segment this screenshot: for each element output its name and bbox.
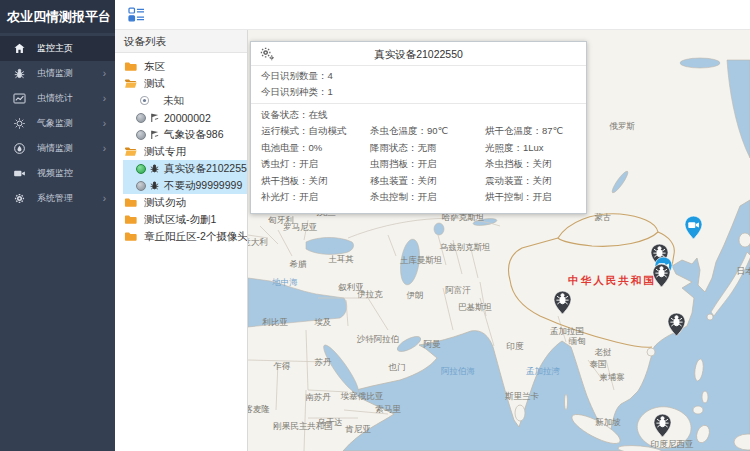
popup-summary: 今日识别数量：4 今日识别种类：1 [251,66,586,104]
tree-label: 测试勿动 [144,196,186,210]
map-label: 埃及 [315,317,332,329]
weather-station-icon [149,129,161,141]
map-label: 柬埔寨 [599,372,625,384]
agri-monitoring-app: { "app": { "brand": "农业四情测报平台" }, "topba… [0,0,750,451]
folder-closed-icon [124,214,137,225]
tree-device-real-21022550[interactable]: 真实设备21022550 [123,160,247,177]
map-label: 印度 [507,341,524,353]
map-label: 苏丹 [315,357,332,369]
map-label: 肯尼亚 [345,424,371,436]
tree-folder-zhangqiu-cameras[interactable]: 章丘阳丘区-2个摄像头 [115,228,247,245]
map-label: 索马里 [375,404,401,416]
tree-label: 测试 [144,77,165,91]
tree-label: 真实设备21022550 [164,162,247,176]
sidebar-item-weather-monitor[interactable]: 气象监测 › [0,111,115,136]
param-vibration-device: 震动装置：关闭 [485,173,586,190]
map-label: 叙利亚 [338,282,364,294]
gears-icon[interactable] [260,47,275,61]
map-pin-insect-trap[interactable] [652,263,671,288]
tree-label: 20000002 [164,112,211,124]
map-label: 新加坡 [595,417,621,429]
today-recognition-species: 今日识别种类：1 [251,84,586,100]
tree-device-weather-986[interactable]: 气象设备986 [115,126,247,143]
map-label: 俄罗斯 [609,121,635,133]
param-dry-control: 烘干控制：开启 [485,189,586,206]
map-pin-insect-trap[interactable] [653,413,672,438]
tree-label: 测试专用 [144,145,186,159]
param-dry-chamber-temp: 烘干仓温度：87℃ [485,123,586,140]
insect-icon [13,67,26,80]
sidebar-item-monitor-home[interactable]: 监控主页 [0,36,115,61]
weather-icon [13,117,26,130]
map-label: 匈牙利 [268,215,294,227]
map-label-china: 中华人民共和国 [568,274,656,288]
param-kill-chamber-temp: 杀虫仓温度：90℃ [370,123,485,140]
map-label: 伊朗 [407,290,424,302]
device-list-title: 设备列表 [115,30,247,53]
tree-folder-test-area[interactable]: 测试区域-勿删1 [115,211,247,228]
tree-label: 未知 [163,94,184,108]
world-map[interactable]: 俄罗斯蒙古捷克乌克兰匈牙利罗马尼亚哈萨克斯坦意大利乌兹别克斯坦土耳其希腊土库曼斯… [248,30,750,451]
map-label: 埃塞俄比亚 [341,391,384,403]
map-pin-camera-device[interactable] [684,215,703,240]
param-move-insect-device: 移虫装置：关闭 [370,173,485,190]
today-recognition-count: 今日识别数量：4 [251,68,586,84]
param-lure-lamp: 诱虫灯：开启 [261,156,370,173]
map-label: 沙特阿拉伯 [357,334,400,346]
map-label: 阿拉伯海 [441,366,475,378]
tree-folder-test-no-touch[interactable]: 测试勿动 [115,194,247,211]
topbar [115,0,750,30]
insect-trap-pin-icon [553,290,572,315]
insect-trap-pin-icon [653,413,672,438]
tree-device-unknown[interactable]: 未知 [115,92,247,109]
home-icon [13,42,26,55]
map-label: 意大利 [248,237,268,249]
sidebar-item-label: 系统管理 [37,192,73,205]
folder-closed-icon [124,61,137,72]
map-label: 孟加拉国 [550,326,584,338]
sidebar-item-insect-stats[interactable]: 虫情统计 › [0,86,115,111]
sidebar-item-video-monitor[interactable]: 视频监控 [0,161,115,186]
tree-folder-east[interactable]: 东区 [115,58,247,75]
map-pin-insect-trap[interactable] [553,290,572,315]
target-icon [139,95,151,107]
soil-moisture-icon [13,142,26,155]
sidebar-item-insect-monitor[interactable]: 虫情监测 › [0,61,115,86]
map-label: 罗马尼亚 [283,222,317,234]
param-kill-control: 杀虫控制：开启 [370,189,485,206]
camera-device-pin-icon [684,215,703,240]
map-pin-insect-trap[interactable] [667,312,686,337]
status-dot-offline [136,113,146,123]
folder-closed-icon [124,231,137,242]
sidebar-item-label: 墒情监测 [37,142,73,155]
tree-folder-test[interactable]: 测试 [115,75,247,92]
folder-open-icon [124,146,137,157]
insect-trap-pin-icon [652,263,671,288]
tree-label: 不要动99999999 [164,179,242,193]
chevron-right-icon: › [103,193,106,204]
app-title: 农业四情测报平台 [0,0,115,33]
sidebar-item-soil-monitor[interactable]: 墒情监测 › [0,136,115,161]
tree-device-do-not-touch[interactable]: 不要动99999999 [123,177,247,194]
sidebar: 农业四情测报平台 监控主页 虫情监测 › 虫情统计 › 气象 [0,0,115,451]
chevron-right-icon: › [103,118,106,129]
map-label: 蒙古 [595,212,612,224]
video-icon [13,167,26,180]
popup-title: 真实设备21022550 [251,42,586,66]
device-status-line: 设备状态：在线 [251,107,586,123]
sidebar-item-system-settings[interactable]: 系统管理 › [0,186,115,211]
layout-list-icon[interactable] [128,7,145,22]
sidebar-item-label: 虫情监测 [37,67,73,80]
sidebar-item-label: 视频监控 [37,167,73,180]
param-kill-baffle: 杀虫挡板：关闭 [485,156,586,173]
map-label: 伊拉克 [357,289,383,301]
tree-folder-test-dedicated[interactable]: 测试专用 [115,143,247,160]
map-label: 哈萨克斯坦 [442,212,485,224]
map-label: 南苏丹 [305,392,331,404]
map-label: 乌兹别克斯坦 [440,242,491,254]
insect-trap-icon [149,180,161,192]
map-label: 乌干达 [317,417,343,429]
param-fill-light: 补光灯：开启 [261,189,370,206]
popup-header: 真实设备21022550 [251,42,586,66]
tree-device-20000002[interactable]: 20000002 [115,109,247,126]
